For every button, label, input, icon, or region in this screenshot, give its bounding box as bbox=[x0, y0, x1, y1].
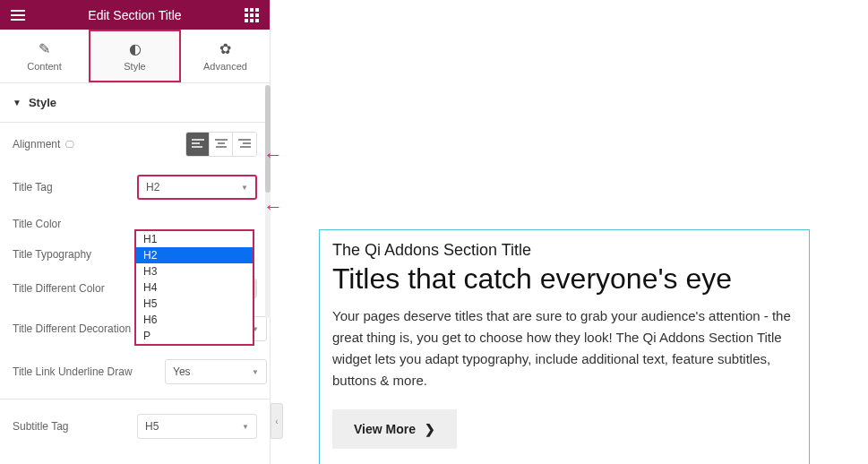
preview-title: Titles that catch everyone's eye bbox=[332, 263, 796, 295]
option-h4[interactable]: H4 bbox=[136, 279, 253, 296]
option-h2[interactable]: H2 bbox=[136, 247, 253, 263]
caret-down-icon: ▼ bbox=[13, 98, 21, 107]
tab-label: Content bbox=[27, 61, 62, 72]
underline-value: Yes bbox=[173, 365, 191, 378]
responsive-icon[interactable]: 🖵 bbox=[65, 140, 74, 150]
section-label: Style bbox=[29, 96, 56, 109]
contrast-icon: ◐ bbox=[129, 40, 142, 57]
tab-advanced[interactable]: ✿ Advanced bbox=[181, 30, 270, 82]
option-p[interactable]: P bbox=[136, 328, 253, 344]
panel-header: Edit Section Title bbox=[0, 0, 270, 30]
title-different-color-label: Title Different Color bbox=[13, 282, 105, 295]
title-tag-row: Title Tag H2 ▼ bbox=[0, 166, 270, 209]
subtitle-tag-label: Subtitle Tag bbox=[13, 420, 69, 433]
subtitle-tag-select[interactable]: H5 ▼ bbox=[137, 414, 257, 439]
title-link-underline-select[interactable]: Yes ▼ bbox=[165, 359, 267, 384]
alignment-label: Alignment bbox=[13, 138, 60, 150]
collapse-panel-button[interactable]: ‹ bbox=[271, 403, 283, 439]
tab-label: Advanced bbox=[203, 61, 247, 72]
tab-style[interactable]: ◐ Style bbox=[89, 30, 181, 82]
title-tag-value: H2 bbox=[146, 181, 159, 193]
option-h5[interactable]: H5 bbox=[136, 296, 253, 312]
alignment-group bbox=[185, 132, 257, 157]
view-more-label: View More bbox=[354, 422, 416, 436]
title-tag-label: Title Tag bbox=[13, 181, 53, 193]
view-more-button[interactable]: View More ❯ bbox=[332, 409, 457, 449]
tab-label: Style bbox=[124, 61, 145, 72]
preview-subtitle: The Qi Addons Section Title bbox=[332, 241, 796, 260]
caret-down-icon: ▼ bbox=[252, 368, 259, 376]
editor-tabs: ✎ Content ◐ Style ✿ Advanced bbox=[0, 30, 270, 83]
tab-content[interactable]: ✎ Content bbox=[0, 30, 89, 82]
align-left-button[interactable] bbox=[186, 133, 210, 156]
title-tag-select[interactable]: H2 ▼ bbox=[137, 175, 257, 200]
chevron-right-icon: ❯ bbox=[425, 422, 435, 436]
annotation-arrow-icon: ← bbox=[263, 195, 283, 219]
caret-down-icon: ▼ bbox=[242, 423, 249, 431]
option-h1[interactable]: H1 bbox=[136, 231, 253, 247]
caret-down-icon: ▼ bbox=[241, 184, 248, 192]
hamburger-icon[interactable] bbox=[7, 6, 29, 24]
option-h3[interactable]: H3 bbox=[136, 263, 253, 279]
align-right-button[interactable] bbox=[233, 133, 256, 156]
option-h6[interactable]: H6 bbox=[136, 312, 253, 328]
title-link-underline-label: Title Link Underline Draw bbox=[13, 365, 133, 378]
align-center-button[interactable] bbox=[210, 133, 233, 156]
title-color-label: Title Color bbox=[13, 218, 61, 230]
subtitle-tag-value: H5 bbox=[145, 420, 159, 433]
annotation-arrow-icon: ← bbox=[263, 143, 283, 167]
widgets-grid-icon[interactable] bbox=[241, 4, 262, 26]
pencil-icon: ✎ bbox=[39, 40, 50, 57]
title-typography-label: Title Typography bbox=[13, 248, 91, 261]
gear-icon: ✿ bbox=[219, 40, 231, 57]
panel-title: Edit Section Title bbox=[29, 8, 241, 22]
subtitle-tag-row: Subtitle Tag H5 ▼ bbox=[0, 405, 270, 448]
title-different-deco-label: Title Different Decoration bbox=[13, 322, 131, 335]
title-link-underline-row: Title Link Underline Draw Yes ▼ bbox=[0, 350, 270, 393]
alignment-row: Alignment🖵 bbox=[0, 123, 270, 166]
preview-body: Your pages deserve titles that are sure … bbox=[332, 305, 796, 391]
title-tag-dropdown: H1 H2 H3 H4 H5 H6 P bbox=[134, 229, 254, 346]
style-section-toggle[interactable]: ▼ Style bbox=[0, 83, 270, 123]
preview-widget[interactable]: The Qi Addons Section Title Titles that … bbox=[319, 229, 810, 464]
